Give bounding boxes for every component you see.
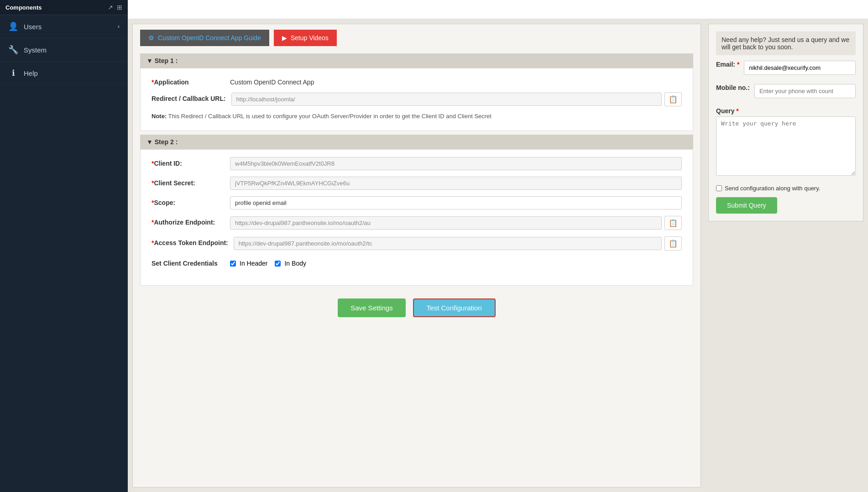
authorize-input-group: 📋 [230, 216, 682, 230]
mobile-input[interactable] [754, 84, 856, 98]
top-bar [128, 0, 868, 19]
send-config-row[interactable]: Send configuration along with query. [716, 185, 856, 192]
scope-row: *Scope: [152, 196, 682, 209]
redirect-input[interactable] [231, 93, 662, 106]
help-message: Need any help? Just send us a query and … [716, 31, 856, 55]
help-panel: Need any help? Just send us a query and … [708, 24, 863, 221]
help-icon: ℹ [8, 68, 18, 78]
redirect-label: Redirect / Callback URL: [152, 92, 226, 102]
sidebar-item-users[interactable]: 👤 Users › [0, 15, 128, 38]
in-body-option[interactable]: In Body [275, 260, 306, 267]
submit-query-button[interactable]: Submit Query [716, 197, 777, 214]
grid-icon[interactable]: ⊞ [117, 4, 122, 11]
step2-section: ▼ Step 2 : *Client ID: *Client Secret: [140, 135, 693, 286]
sidebar-item-system[interactable]: 🔧 System [0, 38, 128, 62]
sidebar-system-label: System [24, 46, 47, 54]
query-textarea[interactable] [716, 116, 856, 176]
access-token-copy-button[interactable]: 📋 [664, 236, 682, 251]
users-icon: 👤 [8, 21, 18, 31]
email-row: Email: * [716, 61, 856, 75]
email-input[interactable] [744, 61, 856, 75]
main-content: ⚙ Custom OpenID Connect App Guide ▶ Setu… [128, 0, 868, 492]
step2-body: *Client ID: *Client Secret: *Scope: [140, 149, 693, 286]
step1-body: *Application Custom OpenID Connect App R… [140, 68, 693, 131]
openid-guide-icon: ⚙ [148, 34, 154, 42]
step2-header: ▼ Step 2 : [140, 135, 693, 149]
sidebar-item-help[interactable]: ℹ Help [0, 62, 128, 85]
test-configuration-button[interactable]: Test Configuration [413, 298, 496, 317]
authorize-copy-button[interactable]: 📋 [664, 216, 682, 230]
client-id-row: *Client ID: [152, 157, 682, 170]
system-icon: 🔧 [8, 45, 18, 55]
scope-label: *Scope: [152, 196, 225, 206]
sidebar-title: Components [5, 4, 42, 11]
access-token-input[interactable] [234, 237, 662, 250]
client-secret-label: *Client Secret: [152, 177, 225, 187]
authorize-label: *Authorize Endpoint: [152, 216, 225, 226]
client-id-label: *Client ID: [152, 157, 225, 167]
step1-header: ▼ Step 1 : [140, 53, 693, 68]
step2-title: ▼ Step 2 : [146, 138, 178, 146]
video-icon: ▶ [282, 34, 287, 42]
content-area: ⚙ Custom OpenID Connect App Guide ▶ Setu… [128, 19, 868, 492]
redirect-row: Redirect / Callback URL: 📋 [152, 92, 682, 106]
mobile-row: Mobile no.: [716, 84, 856, 98]
email-label: Email: * [716, 61, 739, 68]
openid-guide-button[interactable]: ⚙ Custom OpenID Connect App Guide [140, 30, 269, 46]
email-form-inline: Email: * [716, 61, 856, 75]
send-config-checkbox[interactable] [716, 185, 722, 191]
access-token-label: *Access Token Endpoint: [152, 236, 228, 246]
users-arrow: › [118, 23, 120, 30]
redirect-input-group: 📋 [231, 92, 682, 106]
sidebar: Components ↗ ⊞ 👤 Users › 🔧 System ℹ Help [0, 0, 128, 492]
application-row: *Application Custom OpenID Connect App [152, 76, 682, 86]
step1-section: ▼ Step 1 : *Application Custom OpenID Co… [140, 53, 693, 131]
scope-input[interactable] [230, 196, 682, 209]
access-token-row: *Access Token Endpoint: 📋 [152, 236, 682, 251]
application-label: *Application [152, 76, 225, 86]
mobile-form-inline: Mobile no.: [716, 84, 856, 98]
step1-title: ▼ Step 1 : [146, 57, 178, 64]
query-row: Query * [716, 107, 856, 176]
credentials-options: In Header In Body [230, 257, 306, 272]
redirect-copy-button[interactable]: 📋 [664, 92, 682, 106]
form-panel: ⚙ Custom OpenID Connect App Guide ▶ Setu… [132, 24, 701, 487]
in-header-option[interactable]: In Header [230, 260, 267, 267]
sidebar-header-icons: ↗ ⊞ [108, 4, 122, 11]
sidebar-users-label: Users [24, 23, 42, 31]
action-buttons: Save Settings Test Configuration [133, 289, 701, 331]
send-config-label: Send configuration along with query. [725, 185, 820, 192]
credentials-row: Set Client Credentials In Header In Body [152, 257, 682, 272]
openid-guide-label: Custom OpenID Connect App Guide [158, 34, 261, 42]
authorize-row: *Authorize Endpoint: 📋 [152, 216, 682, 230]
in-body-label: In Body [284, 260, 306, 267]
in-header-checkbox[interactable] [230, 261, 236, 267]
save-settings-button[interactable]: Save Settings [338, 298, 406, 317]
sidebar-help-label: Help [24, 69, 38, 77]
in-header-label: In Header [240, 260, 267, 267]
client-secret-input[interactable] [230, 177, 682, 190]
sidebar-header: Components ↗ ⊞ [0, 0, 128, 15]
authorize-input[interactable] [230, 216, 662, 230]
client-secret-row: *Client Secret: [152, 177, 682, 190]
in-body-checkbox[interactable] [275, 261, 281, 267]
setup-videos-button[interactable]: ▶ Setup Videos [274, 30, 337, 46]
redirect-note: Note: This Redirect / Callback URL is us… [152, 113, 682, 120]
guide-row: ⚙ Custom OpenID Connect App Guide ▶ Setu… [133, 24, 701, 50]
application-value: Custom OpenID Connect App [230, 76, 682, 86]
access-token-input-group: 📋 [234, 236, 682, 251]
query-label: Query * [716, 107, 856, 115]
mobile-label: Mobile no.: [716, 84, 750, 91]
credentials-label: Set Client Credentials [152, 257, 225, 267]
expand-icon[interactable]: ↗ [108, 4, 113, 11]
setup-videos-label: Setup Videos [291, 34, 329, 42]
client-id-input[interactable] [230, 157, 682, 170]
